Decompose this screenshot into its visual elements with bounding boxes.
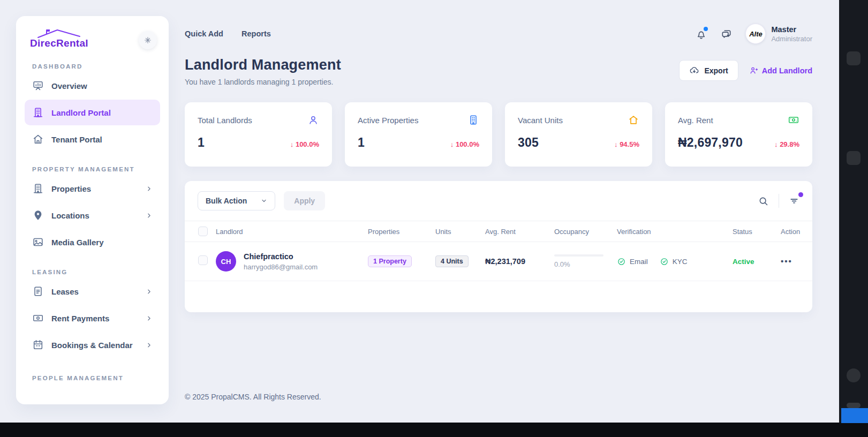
stat-change: 100.0%: [456, 140, 479, 148]
sidebar-item-properties[interactable]: Properties: [25, 176, 160, 201]
user-icon: [307, 114, 319, 126]
bell-icon[interactable]: [695, 28, 707, 40]
menu-quick-add[interactable]: Quick Add: [185, 29, 223, 38]
apply-button[interactable]: Apply: [284, 191, 325, 210]
ghost-icon: [847, 403, 861, 408]
column-header-landlord: Landlord: [216, 221, 368, 242]
chevron-right-icon: [146, 288, 153, 295]
sidebar-item-label: Bookings & Calendar: [51, 341, 133, 350]
topbar: Quick Add Reports Alte Master: [185, 22, 812, 45]
section-title-people-management: PEOPLE MANAGEMENT: [32, 375, 160, 381]
sidebar-item-media-gallery[interactable]: Media Gallery: [25, 229, 160, 255]
user-menu[interactable]: Alte Master Administrator: [745, 24, 812, 44]
banknote-icon: [788, 114, 799, 126]
logo-text: DirecRental: [30, 37, 88, 49]
sidebar-nav: DASHBOARD Overview Landlord Portal: [25, 63, 160, 381]
building-icon: [467, 114, 479, 126]
sidebar-item-leases[interactable]: Leases: [25, 278, 160, 304]
sidebar-item-landlord-portal[interactable]: Landlord Portal: [25, 100, 160, 125]
home-icon: [628, 114, 639, 126]
search-icon[interactable]: [758, 195, 769, 207]
export-button[interactable]: Export: [679, 60, 738, 81]
sidebar-item-label: Locations: [51, 211, 89, 220]
ghost-icon: [847, 368, 861, 382]
row-checkbox[interactable]: [198, 255, 208, 265]
user-plus-icon: [749, 66, 758, 75]
sidebar-item-locations[interactable]: Locations: [25, 202, 160, 228]
ghost-icon: [847, 151, 861, 165]
row-actions-menu[interactable]: •••: [781, 257, 792, 266]
section-title-dashboard: DASHBOARD: [32, 63, 160, 70]
main-content: Quick Add Reports Alte Master: [185, 0, 812, 401]
table-row: CH Chiefpractico harrygod86@gmail.com 1 …: [185, 242, 812, 281]
stat-cards: Total Landlords 1 ↓ 100.0% Active Proper…: [185, 102, 812, 167]
presentation-chart-icon: [32, 80, 44, 92]
building-icon: [32, 107, 44, 118]
check-circle-icon: [617, 257, 626, 266]
occupancy-bar: [554, 254, 603, 257]
stat-change: 100.0%: [296, 140, 319, 148]
stat-card-vacant-units: Vacant Units 305 ↓ 94.5%: [505, 102, 652, 167]
chevron-right-icon: [146, 212, 153, 219]
sidebar: DirecRental DASHBOARD Overview: [16, 16, 169, 404]
stat-card-total-landlords: Total Landlords 1 ↓ 100.0%: [185, 102, 332, 167]
select-all-checkbox[interactable]: [198, 227, 208, 236]
stat-value: ₦2,697,970: [678, 135, 743, 150]
cloud-download-icon: [689, 65, 699, 76]
trend-down-icon: ↓: [774, 140, 778, 148]
stat-label: Total Landlords: [198, 116, 252, 125]
page-title: Landlord Management: [185, 57, 341, 73]
filter-active-dot: [798, 192, 803, 197]
page-header: Landlord Management You have 1 landlords…: [185, 57, 812, 86]
units-badge: 4 Units: [435, 255, 469, 267]
sun-icon: [144, 36, 152, 44]
bulk-action-label: Bulk Action: [206, 197, 247, 205]
stat-card-avg-rent: Avg. Rent ₦2,697,970 ↓ 29.8%: [665, 102, 812, 167]
add-landlord-button[interactable]: Add Landlord: [749, 66, 812, 75]
stat-value: 1: [198, 135, 205, 150]
right-edge-bar: [839, 0, 868, 437]
sidebar-item-overview[interactable]: Overview: [25, 73, 160, 99]
verification-kyc: KYC: [660, 257, 688, 266]
sidebar-item-tenant-portal[interactable]: Tenant Portal: [25, 126, 160, 152]
landlord-avatar: CH: [216, 251, 236, 272]
home-icon: [32, 133, 44, 145]
roof-logo-icon: [36, 28, 82, 39]
sidebar-item-rent-payments[interactable]: Rent Payments: [25, 305, 160, 331]
table-header-row: Landlord Properties Units Avg. Rent Occu…: [185, 221, 812, 242]
sidebar-item-label: Tenant Portal: [51, 135, 102, 144]
user-name: Master: [771, 25, 812, 34]
map-pin-icon: [32, 209, 44, 221]
trend-down-icon: ↓: [450, 140, 454, 148]
stat-value: 1: [358, 135, 365, 150]
user-role: Administrator: [771, 35, 812, 43]
filter-icon[interactable]: [789, 195, 799, 206]
chat-icon[interactable]: [720, 28, 733, 40]
column-header-occupancy: Occupancy: [554, 221, 617, 242]
sidebar-item-label: Overview: [51, 81, 87, 91]
stat-label: Avg. Rent: [678, 116, 713, 125]
export-label: Export: [704, 66, 728, 75]
properties-badge: 1 Property: [368, 255, 412, 267]
column-header-properties: Properties: [368, 221, 435, 242]
notification-dot: [704, 27, 708, 31]
column-header-verification: Verification: [617, 221, 733, 242]
menu-reports[interactable]: Reports: [241, 29, 271, 38]
check-circle-icon: [660, 257, 669, 266]
landlord-name[interactable]: Chiefpractico: [244, 252, 318, 261]
stat-value: 305: [518, 135, 539, 150]
app-logo[interactable]: DirecRental: [30, 28, 88, 49]
taskbar-blue-button[interactable]: [841, 408, 868, 423]
building-icon: [32, 183, 44, 194]
stat-change: 29.8%: [780, 140, 799, 148]
sidebar-item-bookings-calendar[interactable]: Bookings & Calendar: [25, 332, 160, 358]
stat-card-active-properties: Active Properties 1 ↓ 100.0%: [345, 102, 492, 167]
section-title-property-management: PROPERTY MANAGEMENT: [32, 166, 160, 172]
column-header-action: Action: [781, 221, 812, 242]
theme-toggle-button[interactable]: [139, 31, 157, 49]
occupancy-label: 0.0%: [554, 260, 617, 268]
stat-change: 94.5%: [620, 140, 639, 148]
ghost-icon: [847, 51, 861, 65]
bulk-action-select[interactable]: Bulk Action: [198, 191, 275, 210]
verification-email: Email: [617, 257, 648, 266]
